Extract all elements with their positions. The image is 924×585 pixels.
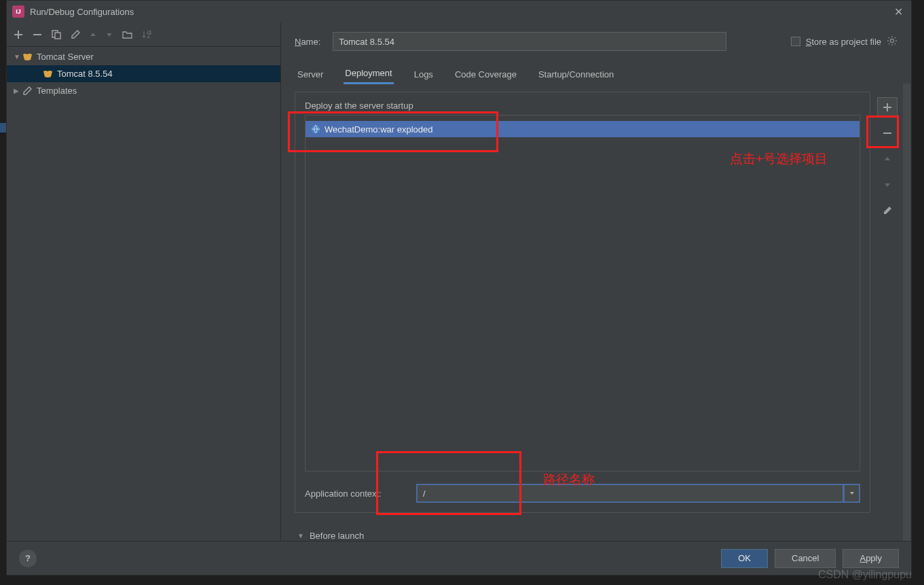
svg-rect-2 <box>55 33 60 39</box>
sort-icon[interactable]: az <box>142 30 151 39</box>
tab-server[interactable]: Server <box>296 65 325 84</box>
deploy-remove-button[interactable] <box>877 123 898 143</box>
appctx-dropdown-button[interactable] <box>844 484 860 503</box>
chevron-down-icon: ▼ <box>14 53 22 60</box>
tree-label: Templates <box>37 86 77 96</box>
web-artifact-icon <box>311 124 320 134</box>
gear-icon[interactable] <box>887 35 898 48</box>
help-button[interactable]: ? <box>19 550 37 567</box>
ok-button[interactable]: OK <box>721 549 768 568</box>
store-as-project-wrap[interactable]: Store as project file <box>791 35 898 48</box>
appctx-label: Application context: <box>305 489 407 499</box>
remove-icon[interactable] <box>33 30 42 39</box>
chevron-down-icon: ▼ <box>297 532 304 539</box>
tomcat-icon <box>42 69 53 79</box>
before-launch-section[interactable]: ▼ Before launch <box>297 531 870 541</box>
svg-point-5 <box>891 39 894 42</box>
move-up-icon[interactable] <box>90 31 96 38</box>
apply-button[interactable]: Apply <box>843 549 899 568</box>
deploy-section-label: Deploy at the server startup <box>305 101 860 111</box>
deploy-edit-button[interactable] <box>877 200 898 221</box>
tab-startup-connection[interactable]: Startup/Connection <box>537 65 615 84</box>
run-debug-dialog: IJ Run/Debug Configurations ✕ <box>6 0 912 575</box>
tree-label: Tomcat Server <box>37 52 94 62</box>
tree-node-tomcat-instance[interactable]: Tomcat 8.5.54 <box>7 65 280 82</box>
titlebar: IJ Run/Debug Configurations ✕ <box>7 1 911 22</box>
tree-node-templates[interactable]: ▶ Templates <box>7 82 280 99</box>
tab-deployment[interactable]: Deployment <box>344 64 393 84</box>
copy-icon[interactable] <box>52 30 61 39</box>
background-strip <box>0 123 6 132</box>
before-launch-label: Before launch <box>310 531 364 541</box>
tree-label: Tomcat 8.5.54 <box>57 69 113 79</box>
deploy-up-button[interactable] <box>877 149 898 169</box>
deploy-artifact-label: WechatDemo:war exploded <box>325 124 432 135</box>
config-tree: ▼ Tomcat Server Tomcat 8.5.54 ▶ <box>7 47 280 541</box>
app-logo-icon: IJ <box>12 5 24 18</box>
edit-templates-icon[interactable] <box>71 30 80 39</box>
tree-node-tomcat-server[interactable]: ▼ Tomcat Server <box>7 48 280 65</box>
svg-rect-0 <box>33 34 41 35</box>
deploy-artifact-list[interactable]: WechatDemo:war exploded <box>305 115 860 472</box>
tomcat-icon <box>22 52 33 63</box>
tab-logs[interactable]: Logs <box>413 65 435 84</box>
main-panel: Name: Store as project file Server <box>281 22 911 541</box>
cancel-button[interactable]: Cancel <box>775 549 836 568</box>
deploy-side-buttons <box>877 63 898 541</box>
config-name-input[interactable] <box>333 32 726 51</box>
store-checkbox[interactable] <box>791 37 800 46</box>
name-label: Name: <box>295 37 320 47</box>
svg-text:z: z <box>147 30 151 39</box>
main-body: Server Deployment Logs Code Coverage Sta… <box>295 63 898 541</box>
config-tabs: Server Deployment Logs Code Coverage Sta… <box>295 63 870 85</box>
folder-icon[interactable] <box>122 30 132 39</box>
appctx-input[interactable] <box>416 484 844 503</box>
dialog-footer: ? OK Cancel Apply <box>7 541 911 575</box>
store-label: Store as project file <box>806 37 881 47</box>
close-icon[interactable]: ✕ <box>891 5 906 18</box>
deploy-add-button[interactable] <box>877 97 898 118</box>
window-title: Run/Debug Configurations <box>30 7 134 17</box>
chevron-right-icon: ▶ <box>14 87 22 94</box>
tab-code-coverage[interactable]: Code Coverage <box>454 65 518 84</box>
vertical-scrollbar[interactable] <box>903 84 910 541</box>
name-row: Name: Store as project file <box>295 32 898 51</box>
deployment-panel: Deploy at the server startup WechatDemo:… <box>295 92 870 513</box>
dialog-body: az ▼ Tomcat Server T <box>7 22 911 575</box>
main-left: Server Deployment Logs Code Coverage Sta… <box>295 63 870 541</box>
sidebar-toolbar: az <box>7 22 280 47</box>
appctx-combo <box>416 484 860 503</box>
add-icon[interactable] <box>14 30 23 39</box>
move-down-icon[interactable] <box>106 31 113 38</box>
wrench-icon <box>22 86 33 96</box>
watermark: CSDN @yilingpupu <box>818 569 912 581</box>
application-context-row: Application context: <box>305 484 860 503</box>
config-sidebar: az ▼ Tomcat Server T <box>7 22 281 541</box>
svg-rect-7 <box>883 132 891 134</box>
deploy-artifact-item[interactable]: WechatDemo:war exploded <box>306 121 860 137</box>
dialog-content: az ▼ Tomcat Server T <box>7 22 911 541</box>
deploy-down-button[interactable] <box>877 175 898 195</box>
